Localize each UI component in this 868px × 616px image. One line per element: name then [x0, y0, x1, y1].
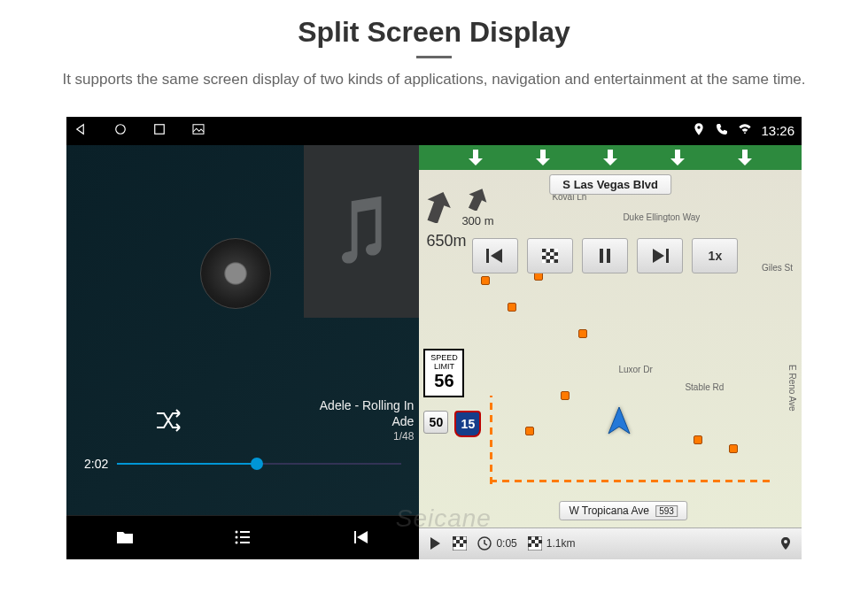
shuffle-button[interactable] — [155, 409, 183, 435]
svg-rect-27 — [456, 540, 460, 543]
route-waypoint-icon — [694, 435, 702, 444]
music-panel: Adele - Rolling In Ade 1/48 2:02 — [66, 145, 419, 559]
turn-left-icon — [426, 188, 456, 227]
clock-value: 13:26 — [761, 123, 794, 138]
svg-rect-26 — [460, 536, 463, 540]
street-label: E Reno Ave — [787, 365, 797, 412]
elapsed-time: 2:02 — [84, 457, 108, 471]
route-waypoint-icon — [525, 427, 534, 435]
svg-rect-5 — [240, 531, 250, 533]
svg-rect-19 — [546, 259, 551, 263]
marketing-header: Split Screen Display It supports the sam… — [0, 0, 868, 99]
street-label: Duke Ellington Way — [623, 212, 700, 222]
navigation-footer: 0:05 1.1km — [419, 527, 802, 559]
svg-point-0 — [116, 125, 126, 135]
svg-rect-36 — [539, 540, 542, 543]
svg-point-8 — [236, 542, 238, 544]
page-subtitle: It supports the same screen display of t… — [0, 69, 868, 90]
svg-rect-16 — [554, 252, 559, 256]
street-label: Luxor Dr — [618, 365, 652, 374]
flag-icon — [453, 536, 467, 551]
prev-track-button[interactable] — [302, 527, 420, 548]
back-triangle-icon[interactable] — [74, 121, 89, 141]
destination-street-sign: S Las Vegas Blvd — [549, 174, 671, 195]
svg-rect-34 — [535, 536, 539, 540]
navigation-panel: S Las Vegas Blvd Koval Ln Duke Ellington… — [419, 145, 802, 559]
picture-icon[interactable] — [190, 121, 206, 141]
svg-rect-33 — [528, 536, 531, 540]
square-icon[interactable] — [151, 121, 167, 141]
current-street-sign: W Tropicana Ave 593 — [559, 501, 687, 520]
svg-rect-2 — [193, 125, 204, 135]
track-title: Adele - Rolling In — [320, 398, 415, 412]
sim-flag-button[interactable] — [527, 238, 573, 273]
svg-rect-11 — [486, 249, 489, 263]
svg-rect-29 — [453, 543, 456, 547]
svg-rect-17 — [542, 256, 546, 259]
svg-rect-7 — [240, 536, 250, 538]
circle-icon[interactable] — [112, 121, 128, 141]
sim-next-button[interactable] — [637, 238, 683, 273]
interstate-shield-icon: 15 — [454, 411, 481, 437]
svg-point-39 — [784, 540, 787, 543]
svg-rect-9 — [240, 542, 250, 543]
lane-arrow-icon — [738, 150, 752, 166]
remaining-distance: 1.1km — [546, 537, 576, 550]
sim-speed-button[interactable]: 1x — [692, 238, 738, 273]
title-underline — [416, 56, 452, 58]
route-waypoint-icon — [481, 276, 490, 285]
svg-rect-35 — [531, 540, 535, 543]
svg-rect-13 — [542, 249, 546, 252]
route-waypoint-icon — [729, 444, 738, 453]
speed-limit-sign: SPEED LIMIT 56 — [423, 349, 464, 397]
lane-arrow-icon — [670, 150, 685, 166]
svg-rect-37 — [528, 543, 531, 547]
svg-rect-18 — [550, 256, 554, 259]
svg-rect-30 — [460, 543, 463, 547]
list-button[interactable] — [184, 527, 302, 548]
next-turn-distance: 650m — [426, 232, 466, 250]
statusbar: 13:26 — [66, 117, 802, 145]
svg-rect-38 — [535, 543, 539, 547]
playback-progress[interactable]: 2:02 — [66, 457, 419, 471]
svg-rect-23 — [666, 249, 669, 263]
music-note-icon — [330, 191, 392, 271]
sim-pause-button[interactable] — [582, 238, 628, 273]
route-line — [490, 396, 492, 484]
sim-prev-button[interactable] — [472, 238, 518, 273]
turn-right-icon — [468, 188, 487, 214]
route-number-badge: 593 — [655, 505, 678, 517]
wifi-icon — [738, 122, 752, 140]
svg-rect-25 — [453, 536, 456, 540]
phone-icon — [715, 122, 729, 140]
track-artist: Ade — [320, 414, 415, 428]
svg-rect-10 — [354, 531, 356, 543]
flag-icon — [528, 536, 542, 551]
track-info: Adele - Rolling In Ade 1/48 — [320, 398, 415, 444]
lane-arrow-icon — [536, 150, 550, 166]
street-label: Stable Rd — [685, 382, 724, 392]
track-index: 1/48 — [320, 430, 415, 443]
route-playback-toolbar: 1x — [472, 238, 784, 273]
current-street-name: W Tropicana Ave — [569, 504, 649, 517]
route-waypoint-icon — [561, 391, 570, 400]
folder-button[interactable] — [66, 527, 184, 548]
svg-point-6 — [236, 536, 238, 539]
play-icon — [428, 536, 442, 551]
route-waypoint-icon — [578, 329, 587, 338]
footer-play-button[interactable] — [428, 536, 442, 551]
route-line — [490, 480, 773, 482]
svg-rect-15 — [546, 252, 551, 256]
svg-rect-1 — [155, 125, 165, 135]
svg-rect-20 — [554, 259, 559, 263]
speed-limit-label: SPEED LIMIT — [425, 353, 462, 371]
svg-point-4 — [236, 531, 238, 534]
music-bottombar — [66, 515, 419, 559]
svg-rect-22 — [607, 249, 610, 263]
location-pin-icon — [692, 122, 706, 140]
album-art-placeholder — [304, 145, 419, 318]
current-speed-readout: 50 — [423, 411, 448, 434]
pin-icon — [779, 536, 793, 551]
svg-rect-14 — [550, 249, 554, 252]
eta-value: 0:05 — [496, 537, 516, 550]
